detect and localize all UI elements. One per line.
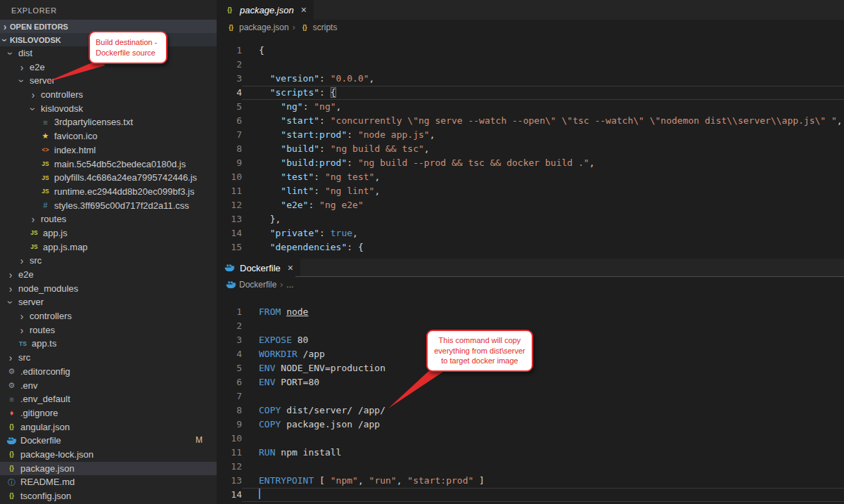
tree-item-3rdpartylicenses.txt[interactable]: ≡3rdpartylicenses.txt [0, 115, 217, 129]
json-file-icon: {} [6, 465, 18, 472]
code-line-15[interactable]: 15 "dependencies": { [217, 240, 844, 254]
code-line-12[interactable]: 12 "e2e": "ng e2e" [217, 198, 844, 212]
code-line-14[interactable]: 14 "private": true, [217, 226, 844, 240]
code-line-3[interactable]: 3 "version": "0.0.0", [217, 72, 844, 86]
line-number[interactable]: 1 [217, 305, 242, 319]
code-line-13[interactable]: 13 }, [217, 212, 844, 226]
tree-item-.env_default[interactable]: ≡.env_default [0, 392, 217, 406]
line-number[interactable]: 4 [217, 86, 242, 100]
line-number[interactable]: 10 [217, 432, 242, 446]
line-number[interactable]: 13 [217, 474, 242, 488]
tree-item-tsconfig.json[interactable]: {}tsconfig.json [0, 489, 217, 503]
tree-item-main.5c54db5c2bedeca0180d.js[interactable]: JSmain.5c54db5c2bedeca0180d.js [0, 157, 217, 172]
line-number[interactable]: 3 [217, 333, 242, 347]
tree-item-readme.md[interactable]: ⓘREADME.md [0, 475, 217, 489]
tab-dockerfile[interactable]: Dockerfile × [217, 259, 300, 277]
code-line-9[interactable]: 9COPY package.json /app [217, 418, 844, 432]
line-number[interactable]: 12 [217, 460, 242, 474]
line-number[interactable]: 13 [217, 212, 242, 226]
line-number[interactable]: 7 [217, 128, 242, 142]
code-line-8[interactable]: 8COPY dist/server/ /app/ [217, 403, 844, 418]
tree-item-routes[interactable]: ›routes [0, 212, 217, 226]
code-line-7[interactable]: 7 [217, 389, 844, 403]
code-line-12[interactable]: 12 [217, 460, 844, 474]
tree-item-app.js.map[interactable]: JSapp.js.map [0, 240, 217, 254]
tree-item-polyfills.4c686a24ea7995742446.js[interactable]: JSpolyfills.4c686a24ea7995742446.js [0, 171, 217, 185]
code-line-2[interactable]: 2 [217, 58, 844, 72]
line-number[interactable]: 14 [217, 488, 242, 502]
line-number[interactable]: 2 [217, 58, 242, 72]
code-line-8[interactable]: 8 "build": "ng build && tsc", [217, 142, 844, 156]
code-line-11[interactable]: 11 "lint": "ng lint", [217, 184, 844, 198]
tree-item-e2e[interactable]: ›e2e [0, 268, 217, 282]
tree-item-kislovodsk[interactable]: ›kislovodsk [0, 102, 217, 116]
tree-item-runtime.ec2944dd8b20ec099bf3.js[interactable]: JSruntime.ec2944dd8b20ec099bf3.js [0, 185, 217, 199]
js-file-icon: JS [39, 174, 51, 182]
line-number[interactable]: 11 [217, 446, 242, 460]
tree-item-.gitignore[interactable]: ♦.gitignore [0, 406, 217, 420]
line-number[interactable]: 8 [217, 142, 242, 156]
code-line-6[interactable]: 6ENV PORT=80 [217, 375, 844, 389]
tree-item-src[interactable]: ›src [0, 351, 217, 365]
line-number[interactable]: 5 [217, 361, 242, 375]
line-number[interactable]: 1 [217, 44, 242, 58]
close-tab-icon[interactable]: × [301, 4, 307, 15]
tree-item-favicon.ico[interactable]: ★favicon.ico [0, 129, 217, 143]
line-number[interactable]: 2 [217, 319, 242, 333]
code-line-14[interactable]: 14 [217, 488, 844, 502]
line-number[interactable]: 5 [217, 100, 242, 114]
annotation-callout-copy-command: This command will copy everything from d… [426, 330, 533, 372]
code-top[interactable]: 1{23 "version": "0.0.0",4 "scripts": {5 … [217, 35, 844, 259]
breadcrumb-item[interactable]: ... [286, 280, 293, 290]
code-line-4[interactable]: 4 "scripts": { [217, 86, 844, 100]
line-number[interactable]: 14 [217, 226, 242, 240]
tree-item-src[interactable]: ›src [0, 254, 217, 268]
breadcrumb-item[interactable]: package.json [239, 22, 289, 32]
code-line-5[interactable]: 5 "ng": "ng", [217, 100, 844, 114]
tree-item-server[interactable]: ›server [0, 74, 217, 88]
tree-item-routes[interactable]: ›routes [0, 323, 217, 337]
breadcrumb-item[interactable]: Dockerfile [239, 280, 276, 290]
code-line-7[interactable]: 7 "start:prod": "node app.js", [217, 128, 844, 142]
tree-item-.env[interactable]: ⚙.env [0, 379, 217, 393]
line-number[interactable]: 3 [217, 72, 242, 86]
tree-item-.editorconfig[interactable]: ⚙.editorconfig [0, 365, 217, 379]
line-number[interactable]: 9 [217, 156, 242, 170]
tree-item-node_modules[interactable]: ›node_modules [0, 282, 217, 296]
tree-item-controllers[interactable]: ›controllers [0, 88, 217, 102]
code-bottom[interactable]: 1FROM node23EXPOSE 804WORKDIR /app5ENV N… [217, 292, 844, 504]
code-line-11[interactable]: 11RUN npm install [217, 446, 844, 460]
line-number[interactable]: 10 [217, 170, 242, 184]
breadcrumb-item[interactable]: scripts [313, 22, 338, 32]
tree-item-app.ts[interactable]: TSapp.ts [0, 337, 217, 351]
tree-item-app.js[interactable]: JSapp.js [0, 226, 217, 240]
tree-item-dockerfile[interactable]: DockerfileM [0, 434, 217, 448]
code-line-6[interactable]: 6 "start": "concurrently \"ng serve --wa… [217, 114, 844, 128]
tree-item-controllers[interactable]: ›controllers [0, 309, 217, 323]
tree-item-styles.3ff695c00d717f2d2a11.css[interactable]: #styles.3ff695c00d717f2d2a11.css [0, 199, 217, 213]
line-number[interactable]: 4 [217, 347, 242, 361]
tree-item-index.html[interactable]: <>index.html [0, 143, 217, 157]
tab-package-json[interactable]: {} package.json × [217, 0, 314, 20]
tree-item-label: controllers [30, 309, 72, 323]
close-tab-icon[interactable]: × [288, 262, 293, 273]
tree-item-package-lock.json[interactable]: {}package-lock.json [0, 448, 217, 462]
code-line-10[interactable]: 10 [217, 432, 844, 446]
code-line-9[interactable]: 9 "build:prod": "ng build --prod && tsc … [217, 156, 844, 170]
line-number[interactable]: 8 [217, 403, 242, 418]
tree-item-server[interactable]: ›server [0, 295, 217, 309]
line-number[interactable]: 7 [217, 389, 242, 403]
code-line-13[interactable]: 13ENTRYPOINT [ "npm", "run", "start:prod… [217, 474, 844, 488]
tree-item-angular.json[interactable]: {}angular.json [0, 420, 217, 434]
tree-item-package.json[interactable]: {}package.json [0, 462, 217, 476]
code-line-1[interactable]: 1{ [217, 44, 844, 58]
line-number[interactable]: 11 [217, 184, 242, 198]
line-number[interactable]: 6 [217, 375, 242, 389]
code-line-1[interactable]: 1FROM node [217, 305, 844, 319]
line-number[interactable]: 9 [217, 418, 242, 432]
line-number[interactable]: 12 [217, 198, 242, 212]
line-number[interactable]: 15 [217, 240, 242, 254]
code-line-10[interactable]: 10 "test": "ng test", [217, 170, 844, 184]
line-number[interactable]: 6 [217, 114, 242, 128]
chevron-down-icon: › [0, 35, 10, 45]
